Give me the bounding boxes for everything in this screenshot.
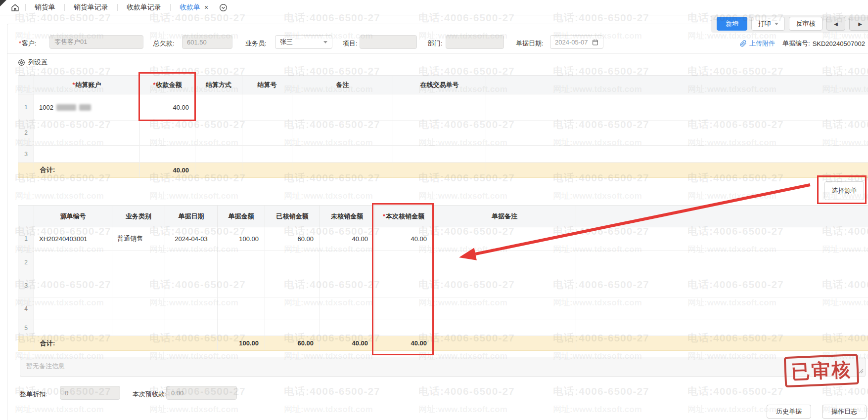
tab-payment-receipt-label: 收款单 [180,3,200,12]
settled-cell[interactable]: 60.00 [265,227,320,251]
date-field[interactable]: 2024-05-07 [550,35,603,49]
doc-amount-cell[interactable]: 100.00 [218,227,265,251]
column-settings-button[interactable]: 列设置 [18,58,47,67]
source-header-row: 源单编号 业务类别 单据日期 单据金额 已核销金额 未核销金额 *本次核销金额 … [18,206,868,227]
table-row: 4 [18,297,868,320]
settle-method-cell[interactable] [195,94,242,121]
doc-no-value: SKD20240507002 [813,40,865,47]
col-unsettled-amount: 未核销金额 [320,206,374,227]
tab-separator [64,4,65,11]
approved-stamp: 已审核 [784,354,860,387]
project-field [360,35,417,49]
online-txn-cell[interactable] [393,94,486,121]
department-field [446,35,504,49]
salesman-label: 业务员: [245,39,267,48]
doc-no-label: 单据编号: [782,39,810,48]
salesman-value: 张三 [280,38,293,46]
account-cell[interactable]: 1002 [34,94,140,121]
col-account: *结算账户 [34,76,140,94]
table-row: 2 [18,121,868,146]
tab-bar: 销货单 销货单记录 收款单记录 收款单 × [0,0,868,15]
current-writeoff-cell[interactable]: 40.00 [374,227,433,251]
discount-label: 整单折扣: [20,390,47,399]
project-label: 项目: [343,39,358,48]
total-label: 合计: [34,163,140,178]
add-button[interactable]: 新增 [717,17,747,31]
unapprove-button[interactable]: 反审核 [789,17,822,31]
redacted-text [56,104,76,111]
total-settled: 60.00 [265,336,320,351]
tab-separator [170,4,171,11]
payment-receipt-page: 销货单 销货单记录 收款单记录 收款单 × 新增 打印 反审核 ◀ ▶ [0,0,868,420]
next-record-button[interactable]: ▶ [849,17,868,31]
source-total-row: 合计: 100.00 60.00 40.00 40.00 [18,336,868,351]
tab-separator [117,4,118,11]
col-online-txn-no: 在线交易单号 [393,76,486,94]
discount-field: 0 [60,386,120,400]
prepay-field: 0.00 [166,386,237,400]
section-divider [7,53,868,54]
total-due-label: 总欠款: [153,39,175,48]
table-row: 1 XH20240403001 普通销售 2024-04-03 100.00 6… [18,227,868,251]
chevron-down-icon [775,23,778,25]
print-button[interactable]: 打印 [751,17,785,31]
resize-handle-icon[interactable] [859,368,864,375]
department-label: 部门: [428,39,443,48]
col-settle-method: 结算方式 [195,76,242,94]
col-settle-no: 结算号 [242,76,292,94]
close-tab-icon[interactable]: × [204,4,208,11]
total-receipt-amount: 40.00 [140,163,195,178]
total-unsettled: 40.00 [320,336,374,351]
source-no-cell[interactable]: XH20240403001 [34,227,112,251]
col-doc-amount: 单据金额 [218,206,265,227]
tab-sales-order-records[interactable]: 销货单记录 [66,3,116,12]
customer-field: 零售客户01 [49,35,143,49]
select-source-button[interactable]: 选择源单 [824,181,864,200]
salesman-select[interactable]: 张三 [275,35,332,49]
redacted-text [79,104,91,111]
doc-remark-cell[interactable] [433,227,576,251]
chevron-down-icon [323,41,327,43]
total-label: 合计: [34,336,112,351]
history-docs-button[interactable]: 历史单据 [767,405,811,419]
doc-date-cell[interactable]: 2024-04-03 [165,227,218,251]
settlement-table: *结算账户 *收款金额 结算方式 结算号 备注 在线交易单号 1 1002 40… [18,75,868,178]
col-settled-amount: 已核销金额 [265,206,320,227]
unsettled-cell[interactable]: 40.00 [320,227,374,251]
date-label: 单据日期: [516,39,544,48]
total-due-field: 601.50 [182,35,232,49]
upload-attachment-link[interactable]: 上传附件 [749,39,775,48]
operation-log-button[interactable]: 操作日志 [822,405,867,419]
document-meta-line: 上传附件 单据编号: SKD20240507002 [740,39,865,48]
col-doc-date: 单据日期 [165,206,218,227]
calendar-icon[interactable] [592,39,598,45]
account-cell[interactable] [34,121,140,146]
print-button-label: 打印 [758,19,771,28]
tab-separator [25,4,26,11]
prev-record-button[interactable]: ◀ [826,17,845,31]
col-remark: 备注 [292,76,393,94]
tab-sales-order[interactable]: 销货单 [27,3,63,12]
row-number-header [18,206,34,227]
customer-label: *客户: [19,39,37,48]
col-filler [576,206,868,227]
tab-receipt-records[interactable]: 收款单记录 [119,3,169,12]
settle-no-cell[interactable] [242,94,292,121]
remark-cell[interactable] [292,94,393,121]
table-row: 3 [18,146,868,163]
tab-payment-receipt[interactable]: 收款单 × [172,3,216,12]
remark-textarea[interactable]: 暂无备注信息 [20,357,866,377]
col-source-no: 源单编号 [34,206,112,227]
remark-placeholder: 暂无备注信息 [26,362,65,370]
paperclip-icon [740,40,747,47]
account-cell[interactable] [34,146,140,163]
total-doc-amount: 100.00 [218,336,265,351]
biz-type-cell[interactable]: 普通销售 [112,227,165,251]
tab-list-icon[interactable] [219,3,228,12]
total-current-writeoff: 40.00 [374,336,433,351]
receipt-amount-cell[interactable]: 40.00 [140,94,195,121]
settlement-header-row: *结算账户 *收款金额 结算方式 结算号 备注 在线交易单号 [18,76,868,94]
home-icon[interactable] [11,3,19,12]
table-row: 5 [18,320,868,336]
settlement-total-row: 合计: 40.00 [18,163,868,178]
